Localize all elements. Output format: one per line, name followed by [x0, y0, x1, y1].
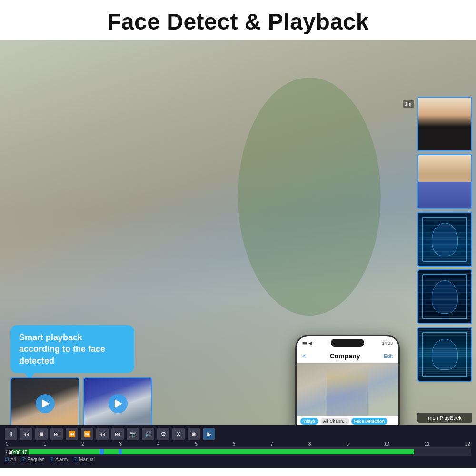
prev-btn[interactable]: ⏮ [20, 428, 32, 440]
pause-btn[interactable]: ⏸ [5, 428, 17, 440]
page-title: Face Detect & Playback [0, 0, 476, 40]
face-thumb-scan-1[interactable] [417, 212, 472, 267]
rewind-btn[interactable]: ⏪ [66, 428, 78, 440]
phone-header: < Company Edit [297, 349, 398, 363]
thumb-item-1[interactable] [10, 377, 79, 430]
playback-controls: ⏸ ⏮ ⏹ ⏭ ⏪ ⏩ ⏮ ⏭ 📷 🔊 ⚙ ✕ ⏺ ▶ [0, 425, 476, 441]
legend-manual: ☑ Manual [73, 457, 95, 462]
audio-btn[interactable]: 🔊 [142, 428, 154, 440]
timeline-area: 0 1 2 3 4 5 6 7 8 9 10 11 12 CH1 [0, 441, 476, 456]
phone-status-left: ■■ ◀↑ [302, 341, 314, 346]
phone-edit-btn[interactable]: Edit [384, 353, 393, 359]
play-btn[interactable]: ▶ [203, 428, 215, 440]
phone-filter-detection[interactable]: Face Detection [351, 418, 387, 425]
legend-regular: ☑ Regular [21, 457, 44, 462]
phone-back-btn[interactable]: < [302, 352, 306, 360]
smart-playback-label: mon PlayBack [417, 413, 472, 423]
thumb-play-btn-2[interactable] [109, 394, 128, 413]
screenshot-btn[interactable]: 📷 [127, 428, 139, 440]
palm-trees-decoration [238, 78, 381, 316]
phone-filter-7days[interactable]: 7days [300, 418, 318, 425]
main-content: Smart playback according to the face det… [0, 40, 476, 468]
stop-btn[interactable]: ⏹ [35, 428, 48, 440]
skip-fwd-btn[interactable]: ⏭ [111, 428, 124, 440]
face-thumb-scan-2[interactable] [417, 269, 472, 324]
settings-btn[interactable]: ⚙ [157, 428, 169, 440]
legend-bar: ☑ All ☑ Regular ☑ Alarm ☑ Manual [0, 456, 476, 463]
timeline-bar[interactable]: CH1 [5, 447, 471, 456]
phone-title: Company [330, 352, 360, 360]
record-btn[interactable]: ⏺ [188, 428, 200, 440]
legend-all: ☑ All [5, 457, 16, 462]
face-thumb-1[interactable] [417, 97, 472, 151]
next-btn[interactable]: ⏭ [50, 428, 63, 440]
phone-status-right: 14:33 [382, 341, 393, 346]
phone-filter-channel[interactable]: All Chann... [320, 418, 350, 425]
controls-bar: ⏸ ⏮ ⏹ ⏭ ⏪ ⏩ ⏮ ⏭ 📷 🔊 ⚙ ✕ ⏺ ▶ 0 1 2 3 4 5 … [0, 425, 476, 468]
current-time-indicator: 00:00:47 [7, 449, 29, 456]
face-thumbnail-strip [417, 97, 472, 382]
thumbnail-strip [10, 377, 152, 430]
skip-back-btn[interactable]: ⏮ [96, 428, 109, 440]
timeline-event-mark-1 [100, 449, 104, 454]
timeline-event-mark-2 [119, 449, 122, 454]
timeline-numbers: 0 1 2 3 4 5 6 7 8 9 10 11 12 [5, 441, 471, 446]
callout-bubble: Smart playback according to the face det… [10, 325, 134, 373]
time-marker-1hr: 1hr [403, 100, 414, 108]
thumb-item-2[interactable] [83, 377, 152, 430]
phone-notch [331, 339, 364, 347]
phone-video-preview[interactable] [297, 363, 398, 416]
legend-alarm: ☑ Alarm [50, 457, 68, 462]
face-thumb-2[interactable] [417, 154, 472, 209]
thumb-play-btn-1[interactable] [36, 394, 55, 413]
face-thumb-scan-3[interactable] [417, 327, 472, 382]
timeline-recorded-segment [11, 449, 414, 454]
close-btn[interactable]: ✕ [172, 428, 185, 440]
fastfwd-btn[interactable]: ⏩ [81, 428, 93, 440]
